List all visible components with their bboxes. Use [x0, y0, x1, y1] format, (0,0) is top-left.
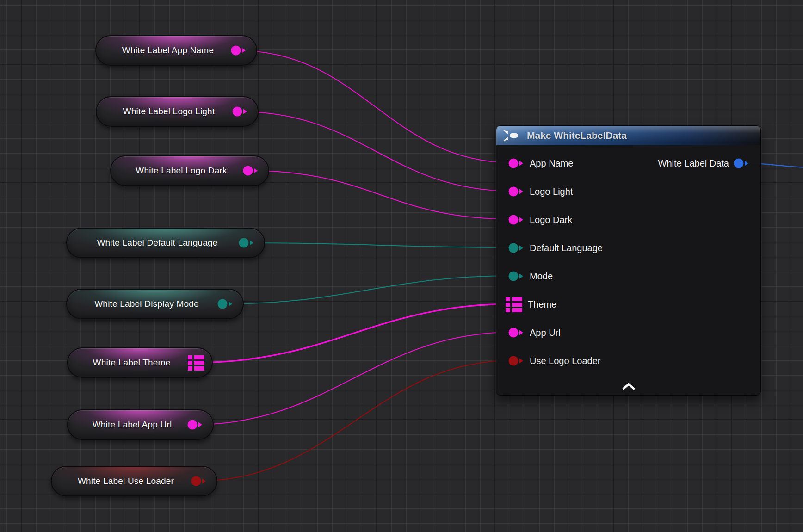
- input-pin-label: Mode: [530, 271, 553, 282]
- input-pin-label: Logo Light: [530, 186, 573, 197]
- input-row-logo-light: Logo Light: [496, 186, 573, 197]
- default-language-output-pin[interactable]: [239, 237, 254, 248]
- output-row-white-label-data: White Label Data: [658, 158, 749, 169]
- logo-light-output-pin[interactable]: [232, 106, 248, 117]
- logo-dark-input-pin[interactable]: [508, 214, 524, 225]
- getter-node-label: White Label Logo Light: [119, 106, 235, 117]
- node-title: Make WhiteLabelData: [527, 130, 627, 141]
- node-header[interactable]: Make WhiteLabelData: [496, 126, 760, 145]
- getter-node-white-label-default-language[interactable]: White Label Default Language: [66, 228, 265, 258]
- output-pin-label: White Label Data: [658, 158, 729, 169]
- input-pin-label: Default Language: [530, 243, 603, 254]
- getter-node-label: White Label Display Mode: [91, 299, 219, 309]
- input-row-app-url: App Url: [496, 327, 561, 338]
- getter-node-white-label-theme[interactable]: White Label Theme: [67, 347, 213, 378]
- wire-default-language[interactable]: [245, 243, 513, 247]
- display-mode-output-pin[interactable]: [217, 298, 233, 309]
- input-pin-label: Logo Dark: [530, 215, 572, 225]
- white-label-data-output-pin[interactable]: [734, 158, 749, 169]
- getter-node-white-label-logo-light[interactable]: White Label Logo Light: [96, 96, 259, 127]
- use-loader-output-pin[interactable]: [191, 476, 207, 487]
- input-row-default-language: Default Language: [496, 242, 603, 254]
- getter-node-label: White Label Use Loader: [74, 476, 194, 486]
- wire-display-mode[interactable]: [223, 276, 513, 304]
- logo-dark-output-pin[interactable]: [243, 165, 259, 176]
- getter-node-label: White Label App Url: [89, 420, 192, 430]
- getter-node-white-label-use-loader[interactable]: White Label Use Loader: [51, 466, 217, 496]
- getter-node-white-label-display-mode[interactable]: White Label Display Mode: [66, 289, 244, 319]
- wire-use-loader[interactable]: [197, 360, 513, 481]
- make-struct-icon: [503, 129, 521, 142]
- app-name-input-pin[interactable]: [508, 158, 524, 169]
- app-url-input-pin[interactable]: [508, 327, 524, 338]
- input-pin-label: App Url: [530, 328, 561, 338]
- getter-node-label: White Label Default Language: [93, 238, 238, 248]
- wire-theme[interactable]: [193, 304, 513, 363]
- getter-node-white-label-app-url[interactable]: White Label App Url: [67, 409, 214, 440]
- wire-logo-light[interactable]: [238, 111, 513, 191]
- input-row-app-name: App Name: [496, 158, 574, 169]
- collapse-node-button[interactable]: [618, 382, 640, 390]
- use-logo-loader-input-pin[interactable]: [508, 355, 524, 366]
- getter-node-label: White Label Theme: [89, 358, 191, 368]
- input-pin-label: Use Logo Loader: [530, 356, 600, 366]
- getter-node-label: White Label Logo Dark: [132, 166, 247, 176]
- input-row-theme: Theme: [496, 299, 556, 310]
- input-row-logo-dark: Logo Dark: [496, 214, 572, 225]
- wire-app-url[interactable]: [193, 332, 513, 425]
- getter-node-white-label-app-name[interactable]: White Label App Name: [95, 35, 257, 66]
- wire-app-name[interactable]: [237, 50, 513, 163]
- mode-input-pin[interactable]: [508, 271, 524, 282]
- app-name-output-pin[interactable]: [231, 45, 247, 56]
- input-row-use-logo-loader: Use Logo Loader: [496, 355, 600, 366]
- wire-logo-dark[interactable]: [249, 171, 513, 219]
- input-row-mode: Mode: [496, 271, 553, 282]
- input-pin-label: App Name: [530, 158, 574, 169]
- app-url-output-pin[interactable]: [187, 419, 203, 430]
- logo-light-input-pin[interactable]: [508, 186, 524, 197]
- getter-node-white-label-logo-dark[interactable]: White Label Logo Dark: [110, 155, 269, 186]
- input-pin-label: Theme: [528, 299, 556, 310]
- theme-struct-input-pin[interactable]: [506, 297, 522, 312]
- blueprint-graph-canvas[interactable]: White Label App Name White Label Logo Li…: [0, 0, 803, 532]
- make-whitelabeldata-node[interactable]: Make WhiteLabelData App Name Logo Light …: [496, 125, 761, 396]
- chevron-up-icon: [622, 384, 635, 391]
- default-language-input-pin[interactable]: [508, 242, 524, 254]
- getter-node-label: White Label App Name: [118, 45, 234, 56]
- theme-struct-output-pin[interactable]: [188, 355, 204, 371]
